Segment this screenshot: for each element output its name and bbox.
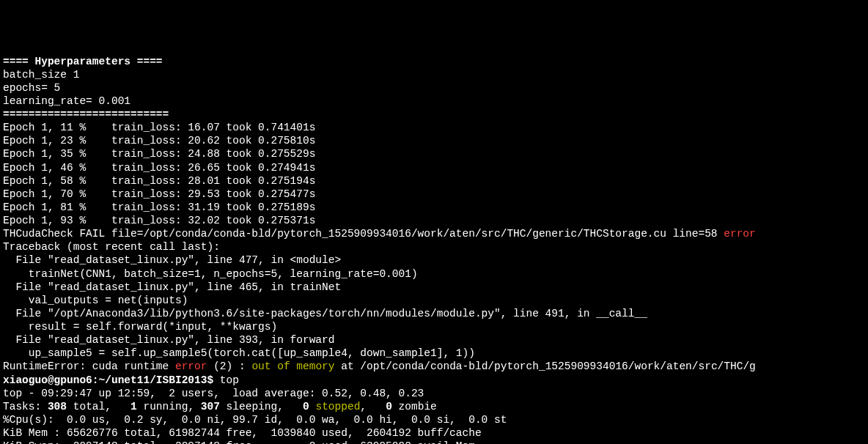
traceback-line: val_outputs = net(inputs) — [3, 295, 188, 306]
epoch-line: Epoch 1, 81 % train_loss: 31.19 took 0.2… — [3, 201, 315, 213]
traceback-line: up_sample5 = self.up_sample5(torch.cat([… — [3, 347, 475, 359]
shell-prompt[interactable]: xiaoguo@gpuno6:~/unet11/ISBI2013$ top — [3, 374, 239, 386]
command-text: top — [220, 374, 239, 386]
traceback-line: File "read_dataset_linux.py", line 393, … — [3, 334, 334, 346]
epoch-line: Epoch 1, 70 % train_loss: 29.53 took 0.2… — [3, 188, 315, 200]
epoch-line: Epoch 1, 46 % train_loss: 26.65 took 0.2… — [3, 162, 315, 174]
out-of-memory-text: out of memory — [251, 360, 334, 372]
error-text: error — [175, 360, 207, 372]
traceback-line: File "read_dataset_linux.py", line 477, … — [3, 254, 341, 266]
top-header-line: top - 09:29:47 up 12:59, 2 users, load a… — [3, 388, 424, 399]
epoch-line: Epoch 1, 58 % train_loss: 28.01 took 0.2… — [3, 175, 315, 187]
hp-learning-rate: learning_rate= 0.001 — [3, 95, 130, 107]
hp-epochs: epochs= 5 — [3, 82, 60, 94]
traceback-line: Traceback (most recent call last): — [3, 241, 220, 253]
hyperparams-title: ==== Hyperparameters ==== — [3, 56, 163, 67]
thcudacheck-line: THCudaCheck FAIL file=/opt/conda/conda-b… — [3, 228, 756, 240]
error-text: error — [724, 228, 756, 240]
top-tasks-line: Tasks: 308 total, 1 running, 307 sleepin… — [3, 401, 437, 412]
epoch-line: Epoch 1, 35 % train_loss: 24.88 took 0.2… — [3, 148, 315, 160]
hp-batch-size: batch_size 1 — [3, 69, 79, 81]
epoch-line: Epoch 1, 11 % train_loss: 16.07 took 0.7… — [3, 122, 315, 133]
stopped-label: stopped — [315, 401, 360, 412]
divider: ========================== — [3, 108, 169, 120]
terminal-output[interactable]: ==== Hyperparameters ==== batch_size 1 e… — [0, 53, 868, 445]
top-cpu-line: %Cpu(s): 0.0 us, 0.2 sy, 0.0 ni, 99.7 id… — [3, 414, 507, 426]
epoch-line: Epoch 1, 23 % train_loss: 20.62 took 0.2… — [3, 135, 315, 147]
epoch-line: Epoch 1, 93 % train_loss: 32.02 took 0.2… — [3, 215, 315, 226]
top-mem-line: KiB Mem : 65626776 total, 61982744 free,… — [3, 427, 482, 439]
prompt-user-host: xiaoguo@gpuno6 — [3, 374, 92, 386]
traceback-line: File "/opt/Anaconda3/lib/python3.6/site-… — [3, 308, 647, 319]
top-swap-line: KiB Swap: 2097148 total, 2097148 free, 0… — [3, 440, 475, 444]
traceback-line: File "read_dataset_linux.py", line 465, … — [3, 281, 341, 293]
traceback-line: trainNet(CNN1, batch_size=1, n_epochs=5,… — [3, 268, 418, 280]
traceback-line: result = self.forward(*input, **kwargs) — [3, 321, 277, 333]
runtime-error-line: RuntimeError: cuda runtime error (2) : o… — [3, 360, 756, 372]
